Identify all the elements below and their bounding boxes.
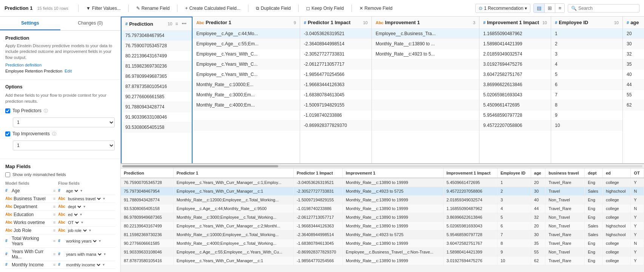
create-calculated-field-button[interactable]: + Create Calculated Field... bbox=[181, 4, 244, 12]
data-grid-wrap[interactable]: PredictionPredictor 1Predictor 1 ImpactI… bbox=[121, 168, 644, 272]
flow-field: Abc ed ▾ bbox=[58, 212, 115, 217]
column-card[interactable]: # Prediction 10 ≡ ••• 75.797304846795476… bbox=[121, 17, 193, 164]
rename-field-button[interactable]: ✎ Rename Field bbox=[132, 4, 174, 12]
table-row[interactable]: 86.97809949687365Monthly_Rate__c:3000;Em… bbox=[121, 213, 644, 222]
filter-values-button[interactable]: ▼ Filter Values... bbox=[82, 4, 125, 12]
table-cell: -3.04053626319521 bbox=[293, 178, 342, 187]
top-improvements-checkbox[interactable] bbox=[5, 131, 10, 136]
page-meta: 15 fields 10 rows bbox=[37, 6, 68, 11]
keep-only-field-button[interactable]: ◻ Keep Only Field bbox=[302, 4, 347, 12]
prediction-edit-link[interactable]: Edit bbox=[65, 69, 72, 73]
table-cell: Monthly_Rate__c:4000;Employee__c.Total_W… bbox=[173, 239, 293, 248]
column-card[interactable]: Abc Predictor 1 9 Employee__c.Age__c:44;… bbox=[193, 17, 300, 164]
prediction-definition-link[interactable]: Prediction definition bbox=[5, 63, 42, 67]
table-cell: -1.0198740233886 bbox=[293, 204, 342, 213]
prediction-value-row: Employee Retention Prediction Edit bbox=[5, 69, 115, 73]
flow-field-select[interactable]: dept bbox=[66, 204, 82, 209]
grid-column-header[interactable]: age bbox=[531, 168, 545, 178]
remove-icon: ✕ bbox=[359, 6, 363, 11]
search-box[interactable]: 🔍 bbox=[568, 4, 639, 12]
horizontal-scrollbar[interactable] bbox=[121, 164, 644, 168]
tab-changes[interactable]: Changes (0) bbox=[60, 17, 121, 30]
table-cell: Travel_Rare bbox=[545, 178, 585, 187]
card-cell: 91.7880943428774 bbox=[122, 102, 192, 112]
flow-field-select[interactable]: OT bbox=[66, 220, 80, 225]
table-cell: Travel_Rare bbox=[545, 204, 585, 213]
column-card[interactable]: # age 8 2030323540445562 bbox=[623, 17, 644, 164]
card-cell: -1.68380784613045 bbox=[300, 90, 371, 100]
view-grid-button[interactable]: ⊞ bbox=[545, 4, 555, 12]
table-cell: Non_Travel bbox=[545, 248, 585, 257]
recommendation-button[interactable]: ⊙ 1 Recommendation ▾ bbox=[475, 4, 530, 13]
column-card[interactable]: # Improvement 1 Impact 10 1.168550904879… bbox=[479, 17, 551, 164]
grid-column-header[interactable]: OT bbox=[631, 168, 644, 178]
column-card[interactable]: Abc Improvement 1 3 Employee__c.Business… bbox=[372, 17, 479, 164]
table-row[interactable]: 90.2776606661585Monthly_Rate__c:4000;Emp… bbox=[121, 239, 644, 248]
table-cell: highschool bbox=[602, 222, 630, 230]
model-field-name: Business Travel bbox=[14, 196, 46, 201]
tab-settings[interactable]: Settings bbox=[0, 17, 60, 30]
scroll-thumb[interactable] bbox=[122, 165, 278, 167]
remove-field-button[interactable]: ✕ Remove Field bbox=[356, 4, 396, 12]
card-header: Abc Improvement 1 3 bbox=[372, 17, 479, 29]
card-sort-button[interactable]: ≡ bbox=[174, 20, 179, 27]
grid-column-header[interactable]: Improvement 1 bbox=[343, 168, 444, 178]
grid-column-header[interactable]: Improvement 1 Impact bbox=[443, 168, 497, 178]
flow-field-select[interactable]: age bbox=[65, 188, 79, 193]
table-cell: Monthly_Rate__c:13890 to 19999 bbox=[343, 222, 444, 230]
grid-column-header[interactable]: ed bbox=[602, 168, 630, 178]
card-header: # Employee ID 10 bbox=[551, 17, 622, 29]
filter-icon: ▼ bbox=[86, 6, 91, 11]
table-cell: 3.86996622613846 bbox=[443, 213, 497, 222]
data-grid: PredictionPredictor 1Predictor 1 ImpactI… bbox=[121, 168, 644, 265]
duplicate-field-button[interactable]: ⧉ Duplicate Field bbox=[252, 4, 294, 12]
show-mismatch-checkbox[interactable] bbox=[5, 172, 10, 177]
top-predictors-checkbox[interactable] bbox=[5, 108, 10, 113]
card-more-button[interactable]: ••• bbox=[180, 20, 188, 27]
flow-field-select[interactable]: job role bbox=[66, 228, 88, 233]
prediction-desc: Apply Einstein Discovery predictive mode… bbox=[5, 43, 115, 60]
table-cell: 87.87873580105416 bbox=[121, 257, 173, 265]
column-card[interactable]: # Employee ID 10 12345678910 bbox=[551, 17, 623, 164]
grid-column-header[interactable]: Predictor 1 Impact bbox=[293, 168, 342, 178]
flow-field-select[interactable]: monthly income bbox=[65, 262, 102, 267]
grid-column-header[interactable]: Prediction bbox=[121, 168, 173, 178]
grid-column-header[interactable]: Employee ID bbox=[497, 168, 531, 178]
table-row[interactable]: 91.90339633108046Employee__c.Age__c:55;E… bbox=[121, 248, 644, 257]
table-row[interactable]: 81.15982369730236Monthly_Rate__c:10000;E… bbox=[121, 230, 644, 239]
column-card[interactable]: # Predictor 1 Impact 10 -3.0405362631952… bbox=[300, 17, 372, 164]
table-row[interactable]: 91.7880943428774Monthly_Rate__c:12000;Em… bbox=[121, 196, 644, 204]
card-cell: Employee__c.Years_With_C... bbox=[193, 70, 300, 80]
column-count: 10 bbox=[542, 20, 547, 25]
card-cell bbox=[193, 110, 300, 121]
view-list-button[interactable]: ≡ bbox=[555, 4, 564, 12]
chevron-down-icon: ▾ bbox=[525, 6, 527, 11]
flow-field-select[interactable]: working years bbox=[65, 238, 98, 244]
top-improvements-select[interactable]: 123 bbox=[13, 141, 115, 150]
model-type-badge: # bbox=[5, 252, 11, 256]
chevron-down-icon: ▾ bbox=[81, 220, 83, 224]
model-fields-header: Model fields bbox=[5, 181, 51, 185]
table-row[interactable]: 93.5308065405158Employee__c.Age__c:44;Mo… bbox=[121, 204, 644, 213]
card-cell: Monthly_Rate__c:13890 to ... bbox=[372, 39, 479, 49]
table-cell: 62 bbox=[531, 257, 545, 265]
table-row[interactable]: 87.87873580105416Employee__c.Years_With_… bbox=[121, 257, 644, 265]
table-row[interactable]: 76.75900705345728Employee__c.Years_With_… bbox=[121, 178, 644, 187]
toolbar-separator-4 bbox=[248, 5, 248, 12]
grid-column-header[interactable]: dept bbox=[585, 168, 603, 178]
grid-column-header[interactable]: business travel bbox=[545, 168, 585, 178]
flow-field-select[interactable]: business travel bbox=[66, 196, 102, 201]
model-field: Abc Department bbox=[5, 204, 51, 209]
search-input[interactable] bbox=[578, 6, 636, 11]
table-cell: 30 bbox=[531, 187, 545, 196]
table-row[interactable]: 80.22139643167499Employee__c.Years_With_… bbox=[121, 222, 644, 230]
top-predictors-select[interactable]: 123 bbox=[13, 117, 115, 127]
card-cell: 80.22139643167499 bbox=[122, 51, 192, 61]
field-map-row: Abc Business Travel = Abc business trave… bbox=[5, 195, 115, 203]
flow-field: Abc OT ▾ bbox=[58, 220, 115, 225]
view-detail-button[interactable]: ▤ bbox=[534, 4, 545, 12]
flow-field-select[interactable]: ed bbox=[66, 212, 79, 217]
grid-column-header[interactable]: Predictor 1 bbox=[173, 168, 293, 178]
flow-field-select[interactable]: years with mana bbox=[65, 252, 103, 257]
table-row[interactable]: 75.7973048467954Employee__c.Years_With_C… bbox=[121, 187, 644, 196]
